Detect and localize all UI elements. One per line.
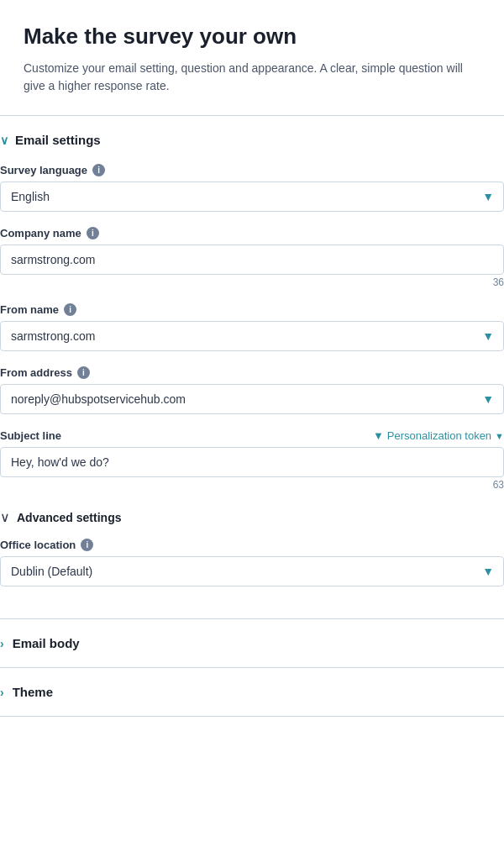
office-location-select-wrapper: Dublin (Default) ▼ [0,556,504,586]
personalization-token-label: Personalization token [387,429,491,442]
from-name-select[interactable]: sarmstrong.com [0,321,504,351]
company-name-info-icon[interactable]: i [87,227,99,239]
email-body-chevron-icon: › [0,637,4,650]
company-name-char-count: 36 [0,276,504,288]
email-settings-header[interactable]: ∨ Email settings [0,133,504,147]
office-location-info-icon[interactable]: i [81,539,93,551]
survey-language-select[interactable]: English Spanish French German [0,181,504,212]
page-title: Make the survey your own [24,24,480,50]
office-location-select[interactable]: Dublin (Default) [0,556,504,586]
email-settings-section: ∨ Email settings Survey language i Engli… [0,116,504,619]
survey-language-field: Survey language i English Spanish French… [0,164,504,212]
from-address-label: From address [0,366,72,379]
page-description: Customize your email setting, question a… [24,60,480,95]
subject-line-char-count: 63 [0,479,504,491]
from-name-label: From name [0,303,59,316]
company-name-input[interactable] [0,245,504,275]
personalization-token-icon: ▼ [373,429,384,442]
from-name-select-wrapper: sarmstrong.com ▼ [0,321,504,351]
theme-chevron-icon: › [0,686,4,699]
from-name-field: From name i sarmstrong.com ▼ [0,303,504,351]
company-name-label: Company name [0,227,81,239]
from-address-select[interactable]: noreply@hubspotservicehub.com [0,384,504,414]
subject-line-field: Subject line ▼ Personalization token ▼ 6… [0,429,504,491]
from-address-info-icon[interactable]: i [77,366,90,379]
advanced-settings-section: ∨ Advanced settings Office location i Du… [0,506,504,586]
from-name-info-icon[interactable]: i [64,303,76,316]
office-location-field: Office location i Dublin (Default) ▼ [0,539,504,586]
from-address-field: From address i noreply@hubspotservicehub… [0,366,504,414]
email-settings-title: Email settings [15,133,101,147]
personalization-token-chevron-icon: ▼ [495,431,504,441]
from-address-select-wrapper: noreply@hubspotservicehub.com ▼ [0,384,504,414]
subject-line-input[interactable] [0,447,504,477]
advanced-settings-chevron-icon: ∨ [0,509,10,525]
survey-language-select-wrapper: English Spanish French German ▼ [0,181,504,212]
email-body-section[interactable]: › Email body [0,619,504,668]
theme-section[interactable]: › Theme [0,668,504,717]
email-settings-chevron-icon: ∨ [0,134,8,147]
advanced-settings-header[interactable]: ∨ Advanced settings [0,509,504,525]
company-name-field: Company name i 36 [0,227,504,288]
email-body-title: Email body [13,636,80,650]
personalization-token-button[interactable]: ▼ Personalization token ▼ [373,429,504,442]
advanced-settings-title: Advanced settings [17,511,121,524]
survey-language-label: Survey language [0,164,87,176]
survey-language-info-icon[interactable]: i [92,164,105,176]
subject-line-label: Subject line [0,429,61,442]
office-location-label: Office location [0,539,76,551]
theme-title: Theme [13,685,53,699]
